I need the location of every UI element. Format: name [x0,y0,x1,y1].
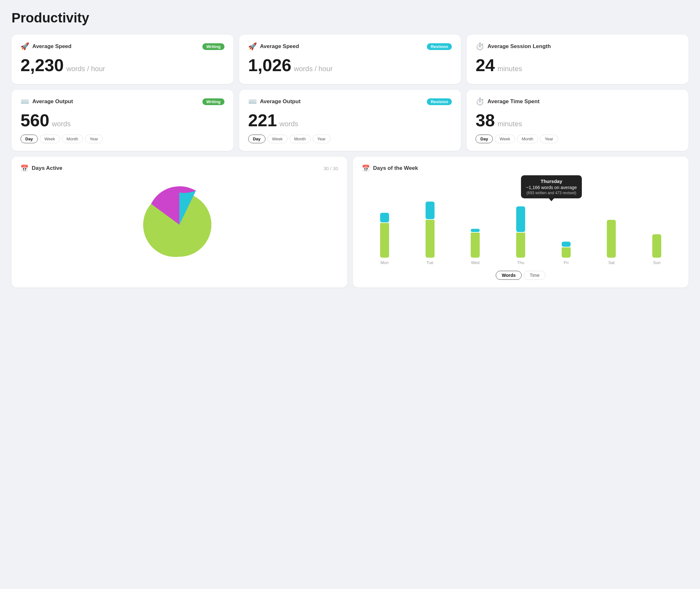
bar-label-sun: Sun [653,260,661,265]
card-days-active: 📅 Days Active 30 / 30 [12,157,347,287]
filter-week-btn[interactable]: Week [495,135,515,143]
filter-month-btn[interactable]: Month [290,135,311,143]
bar-green-wed [471,233,480,258]
metric-unit: minutes [497,65,522,73]
metric-value: 38 [475,112,495,129]
pie-chart [141,186,218,263]
chart-filter: Words Time [362,271,680,280]
card-days-of-week: 📅 Days of the Week Thursday ~1,166 words… [353,157,688,287]
bar-label-sat: Sat [609,260,615,265]
metric-value: 221 [248,112,277,129]
bar-group-mon: Mon [362,213,407,265]
bar-group-fri: Fri [544,242,589,265]
time-filter: Day Week Month Year [475,135,680,143]
filter-day-btn[interactable]: Day [20,135,38,143]
bar-label-thu: Thu [517,260,524,265]
chart-words-btn[interactable]: Words [496,271,521,280]
bar-group-tue: Tue [407,202,453,265]
bar-label-tue: Tue [426,260,433,265]
chart-time-btn[interactable]: Time [523,271,546,280]
pie-slices [143,186,211,257]
revision-badge: Revision [427,43,452,50]
metric-unit: words / hour [294,65,333,73]
card-avg-output-writing: ⌨️ Average Output Writing 560 words Day … [12,90,234,151]
filter-year-btn[interactable]: Year [540,135,558,143]
bar-label-fri: Fri [564,260,569,265]
bar-group-thu: Thu [498,206,544,265]
bar-group-wed: Wed [452,229,498,265]
card-header: 🚀 Average Speed Writing [20,42,225,51]
card-header: 🚀 Average Speed Revision [248,42,452,51]
filter-day-btn[interactable]: Day [248,135,266,143]
bar-label-wed: Wed [471,260,480,265]
card-title: Average Output [260,99,301,105]
timer-icon: ⏱️ [475,42,484,51]
filter-year-btn[interactable]: Year [313,135,330,143]
bar-cyan-wed [471,229,480,232]
bar-green-tue [425,220,434,258]
metric-value: 24 [475,56,495,74]
card-title: Average Speed [260,43,299,50]
filter-year-btn[interactable]: Year [85,135,103,143]
metric-value: 1,026 [248,56,291,74]
rocket-icon: 🚀 [20,42,29,51]
bar-green-thu [516,233,525,258]
tooltip-main: ~1,166 words on average [526,185,577,190]
metric-unit: words / hour [66,65,105,73]
metrics-row-2: ⌨️ Average Output Writing 560 words Day … [12,90,688,151]
rocket-icon: 🚀 [248,42,257,51]
writing-badge: Writing [203,43,225,50]
days-active-title: Days Active [32,165,62,171]
metric-unit: minutes [497,120,522,128]
typewriter-icon: ⌨️ [20,97,29,106]
bar-green-fri [562,247,571,258]
metrics-row-1: 🚀 Average Speed Writing 2,230 words / ho… [12,35,688,84]
bar-green-mon [380,223,389,258]
filter-day-btn[interactable]: Day [475,135,493,143]
page-title: Productivity [12,10,688,26]
typewriter-icon: ⌨️ [248,97,257,106]
card-title: Average Time Spent [487,99,540,105]
writing-badge: Writing [203,99,225,105]
card-title: Average Speed [32,43,71,50]
tooltip-sub: (693 written and 473 revised) [526,191,577,195]
time-filter: Day Week Month Year [20,135,225,143]
card-avg-session-length: ⏱️ Average Session Length 24 minutes [466,35,688,84]
bar-cyan-tue [425,202,434,219]
card-header: ⌨️ Average Output Writing [20,97,225,106]
tooltip-day: Thursday [526,179,577,184]
calendar-icon: 📅 [362,164,370,172]
card-avg-speed-revision: 🚀 Average Speed Revision 1,026 words / h… [239,35,461,84]
revision-badge: Revision [427,99,452,105]
card-header: ⏱️ Average Session Length [475,42,680,51]
timer-icon: ⏱️ [475,97,484,106]
card-header: ⏱️ Average Time Spent [475,97,680,106]
bar-green-sat [607,220,616,258]
pie-chart-container [20,179,338,266]
bar-cyan-fri [562,242,571,247]
bar-group-sat: Sat [589,219,634,265]
time-filter: Day Week Month Year [248,135,452,143]
filter-week-btn[interactable]: Week [267,135,288,143]
metric-unit: words [52,120,71,128]
bar-label-mon: Mon [380,260,388,265]
bar-group-sun: Sun [634,234,680,265]
metric-value: 2,230 [20,56,64,74]
filter-week-btn[interactable]: Week [40,135,60,143]
metric-unit: words [280,120,298,128]
card-title: Average Session Length [487,43,551,50]
bar-cyan-thu [516,206,525,232]
filter-month-btn[interactable]: Month [517,135,538,143]
days-active-count: 30 / 30 [323,166,338,171]
card-avg-speed-writing: 🚀 Average Speed Writing 2,230 words / ho… [12,35,234,84]
bar-chart-tooltip: Thursday ~1,166 words on average (693 wr… [521,175,582,198]
bar-green-sun [652,234,661,258]
bar-cyan-mon [380,213,389,222]
card-avg-output-revision: ⌨️ Average Output Revision 221 words Day… [239,90,461,151]
card-header: ⌨️ Average Output Revision [248,97,452,106]
filter-month-btn[interactable]: Month [62,135,83,143]
charts-row: 📅 Days Active 30 / 30 [12,157,688,287]
calendar-icon: 📅 [20,164,28,172]
days-of-week-title: Days of the Week [373,165,418,171]
bar-chart-area: Thursday ~1,166 words on average (693 wr… [362,179,680,280]
